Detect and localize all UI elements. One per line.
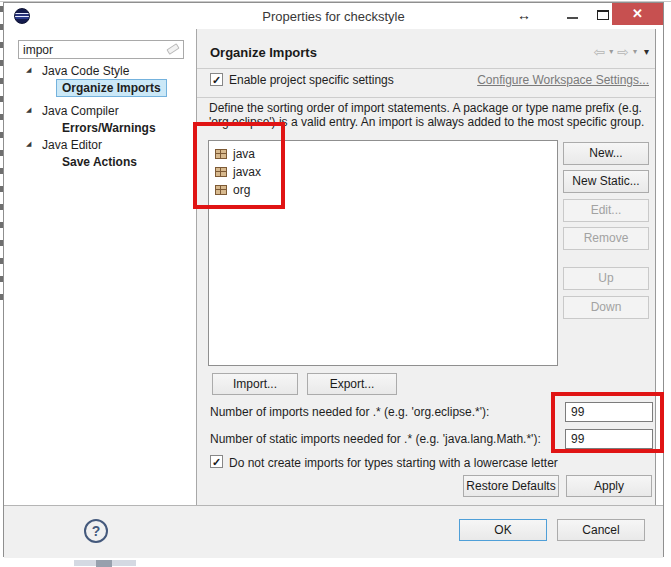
up-button: Up — [563, 267, 649, 290]
close-icon: ✕ — [632, 6, 643, 21]
close-button[interactable]: ✕ — [612, 3, 663, 25]
new-static-button[interactable]: New Static... — [563, 170, 649, 193]
minimize-button[interactable] — [567, 17, 578, 19]
filter-search-box — [18, 40, 184, 59]
configure-workspace-settings-link[interactable]: Configure Workspace Settings... — [477, 73, 649, 87]
sidebar-item-save-actions[interactable]: Save Actions — [62, 155, 137, 169]
import-button[interactable]: Import... — [212, 373, 298, 395]
filter-search-input[interactable] — [18, 40, 184, 59]
preferences-sidebar: ◢ Java Code Style Organize Imports ◢ Jav… — [4, 29, 196, 506]
edit-button: Edit... — [563, 199, 649, 222]
description-line-1: Define the sorting order of import state… — [209, 101, 642, 115]
background-window-remnant — [96, 560, 112, 567]
sidebar-item-java-editor[interactable]: Java Editor — [42, 138, 102, 152]
export-button[interactable]: Export... — [307, 373, 397, 395]
forward-history-dropdown-icon[interactable]: ▾ — [633, 48, 637, 56]
expand-arrow-icon[interactable]: ◢ — [26, 140, 31, 148]
static-imports-needed-label: Number of static imports needed for .* (… — [210, 432, 541, 446]
cancel-button[interactable]: Cancel — [557, 519, 645, 541]
view-menu-icon[interactable]: ▾ — [644, 47, 649, 57]
sidebar-item-java-code-style[interactable]: Java Code Style — [42, 64, 129, 78]
annotation-rect-import-groups — [193, 122, 285, 209]
annotation-rect-import-thresholds — [551, 392, 664, 453]
apply-button[interactable]: Apply — [566, 475, 652, 497]
back-history-dropdown-icon[interactable]: ▾ — [609, 48, 613, 56]
enable-project-settings-checkbox[interactable]: ✓ — [210, 73, 223, 86]
ok-button[interactable]: OK — [459, 519, 547, 541]
lowercase-types-checkbox[interactable]: ✓ — [210, 455, 223, 468]
separator — [197, 97, 655, 98]
enable-project-settings-label: Enable project specific settings — [229, 73, 394, 87]
remove-button: Remove — [563, 227, 649, 250]
properties-dialog: Properties for checkstyle ↔ ✕ ◢ Java Cod… — [3, 2, 664, 557]
checkmark-icon: ✓ — [212, 456, 221, 468]
expand-arrow-icon[interactable]: ◢ — [26, 106, 31, 114]
page-title: Organize Imports — [210, 45, 317, 60]
help-button[interactable]: ? — [84, 519, 108, 543]
sidebar-item-organize-imports[interactable]: Organize Imports — [56, 79, 167, 97]
down-button: Down — [563, 296, 649, 319]
help-icon: ? — [92, 523, 101, 539]
new-button[interactable]: New... — [563, 142, 649, 165]
detach-window-icon[interactable]: ↔ — [517, 7, 531, 23]
imports-needed-label: Number of imports needed for .* (e.g. 'o… — [210, 405, 489, 419]
separator — [197, 68, 655, 69]
window-title: Properties for checkstyle — [4, 9, 663, 24]
lowercase-types-label: Do not create imports for types starting… — [229, 456, 558, 470]
sidebar-item-errors-warnings[interactable]: Errors/Warnings — [62, 121, 156, 135]
sidebar-item-java-compiler[interactable]: Java Compiler — [42, 104, 119, 118]
checkmark-icon: ✓ — [212, 74, 221, 86]
page-navigation: ⇦ ▾ ⇨ ▾ ▾ — [593, 45, 649, 59]
dialog-footer: ? OK Cancel — [4, 505, 663, 558]
expand-arrow-icon[interactable]: ◢ — [26, 66, 31, 74]
back-icon[interactable]: ⇦ — [593, 45, 605, 59]
maximize-button[interactable] — [597, 10, 609, 20]
restore-defaults-button[interactable]: Restore Defaults — [463, 475, 559, 497]
forward-icon[interactable]: ⇨ — [617, 45, 629, 59]
title-bar: Properties for checkstyle ↔ ✕ — [4, 3, 663, 29]
